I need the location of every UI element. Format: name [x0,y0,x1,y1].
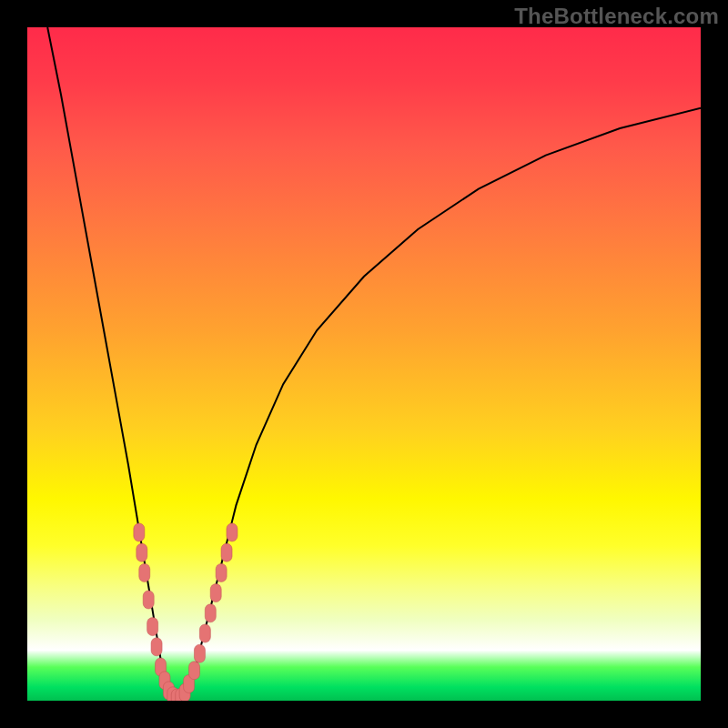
curve-marker [216,563,227,581]
curve-marker [147,618,158,636]
curve-marker [143,591,154,609]
curve-svg [27,27,701,701]
curve-markers [134,523,238,701]
curve-marker [227,523,238,541]
plot-area [27,27,701,701]
curve-marker [205,604,216,622]
curve-marker [139,563,150,581]
curve-marker [136,543,147,561]
curve-marker [210,584,221,602]
curve-marker [199,624,210,642]
curve-marker [134,523,145,541]
curve-marker [151,638,162,656]
watermark-text: TheBottleneck.com [514,4,719,29]
chart-frame: TheBottleneck.com [0,0,728,728]
curve-marker [189,662,200,680]
curve-marker [221,543,232,561]
curve-marker [194,644,205,662]
